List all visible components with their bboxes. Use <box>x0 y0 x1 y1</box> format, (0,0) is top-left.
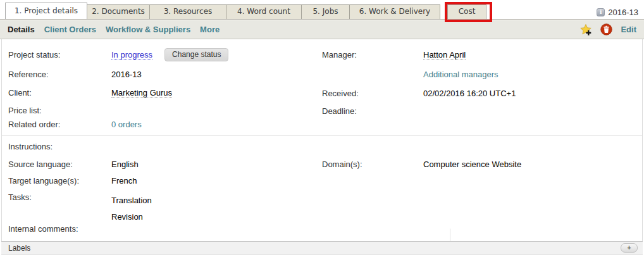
add-label-button[interactable]: + <box>621 243 638 253</box>
field-label: Domain(s): <box>322 160 423 169</box>
tasks-value: Translation Revision <box>111 192 152 225</box>
related-orders-link[interactable]: 0 orders <box>111 120 142 129</box>
field-label: Instructions: <box>8 142 111 151</box>
field-additional-managers: Additional managers <box>322 70 498 79</box>
field-label: Tasks: <box>8 192 111 202</box>
additional-managers-link[interactable]: Additional managers <box>423 70 498 79</box>
edit-button[interactable]: Edit <box>621 25 636 34</box>
tab-work-delivery[interactable]: 6. Work & Delivery <box>349 4 440 19</box>
field-internal-comments: Internal comments: <box>8 224 111 234</box>
field-manager: Manager: Hatton April <box>322 50 466 60</box>
field-project-status: Project status: In progress Change statu… <box>8 50 228 61</box>
received-value: 02/02/2016 16:20 UTC+1 <box>423 89 516 98</box>
tab-documents[interactable]: 2. Documents <box>87 4 150 19</box>
field-target-languages: Target language(s): French <box>8 176 137 185</box>
field-label: Reference: <box>8 70 111 79</box>
field-label: Source language: <box>8 160 111 169</box>
source-language-value: English <box>111 160 139 169</box>
field-client: Client: Marketing Gurus <box>8 88 172 98</box>
record-reference-text: 2016-13 <box>608 8 638 17</box>
change-status-button[interactable]: Change status <box>164 48 228 61</box>
subtab-details[interactable]: Details <box>8 25 35 34</box>
domains-value: Computer science Website <box>423 160 521 169</box>
section-divider <box>2 135 642 136</box>
field-label: Price list: <box>8 106 111 115</box>
tab-cost[interactable]: Cost <box>447 4 486 19</box>
delete-icon[interactable] <box>600 23 612 35</box>
field-instructions: Instructions: <box>8 142 111 151</box>
subtab-client-orders[interactable]: Client Orders <box>44 25 96 34</box>
subtab-more[interactable]: More <box>200 25 220 34</box>
field-label: Project status: <box>8 50 111 60</box>
tab-word-count[interactable]: 4. Word count <box>226 4 302 19</box>
field-deadline: Deadline: <box>322 106 423 116</box>
field-domains: Domain(s): Computer science Website <box>322 160 521 169</box>
record-reference: i 2016-13 <box>597 7 638 17</box>
task-item: Revision <box>111 209 152 225</box>
field-label: Internal comments: <box>8 224 111 234</box>
field-label: Manager: <box>322 50 423 60</box>
target-language-value: French <box>111 176 137 185</box>
tab-project-details[interactable]: 1. Project details <box>5 3 87 19</box>
field-price-list: Price list: <box>8 106 111 115</box>
labels-title: Labels <box>8 244 30 253</box>
column-divider <box>450 229 450 241</box>
subbar-actions: Edit <box>579 23 636 36</box>
tab-jobs[interactable]: 5. Jobs <box>301 4 350 19</box>
field-label: Client: <box>8 88 111 97</box>
client-value[interactable]: Marketing Gurus <box>111 88 172 98</box>
field-related-order: Related order: 0 orders <box>8 120 142 129</box>
task-item: Translation <box>111 192 152 209</box>
labels-bar: Labels + <box>1 241 643 255</box>
field-reference: Reference: 2016-13 <box>8 70 142 79</box>
field-label: Deadline: <box>322 106 423 116</box>
field-label: Target language(s): <box>8 176 111 185</box>
field-tasks: Tasks: Translation Revision <box>8 192 152 225</box>
reference-value: 2016-13 <box>111 70 142 79</box>
subtab-workflow-suppliers[interactable]: Workflow & Suppliers <box>106 25 190 34</box>
sub-tab-bar: Details Client Orders Workflow & Supplie… <box>0 20 644 39</box>
manager-value[interactable]: Hatton April <box>423 50 466 60</box>
field-source-language: Source language: English <box>8 160 139 169</box>
field-label: Related order: <box>8 120 111 129</box>
star-add-icon[interactable] <box>579 23 592 36</box>
field-label: Received: <box>322 89 423 98</box>
tab-resources[interactable]: 3. Resources <box>149 4 226 19</box>
project-details-page: 1. Project details 2. Documents 3. Resou… <box>0 0 644 264</box>
field-received: Received: 02/02/2016 16:20 UTC+1 <box>322 89 516 98</box>
main-tab-bar: 1. Project details 2. Documents 3. Resou… <box>0 0 644 20</box>
details-panel: Project status: In progress Change statu… <box>1 39 643 241</box>
project-status-link[interactable]: In progress <box>111 50 152 60</box>
info-icon: i <box>597 8 605 16</box>
